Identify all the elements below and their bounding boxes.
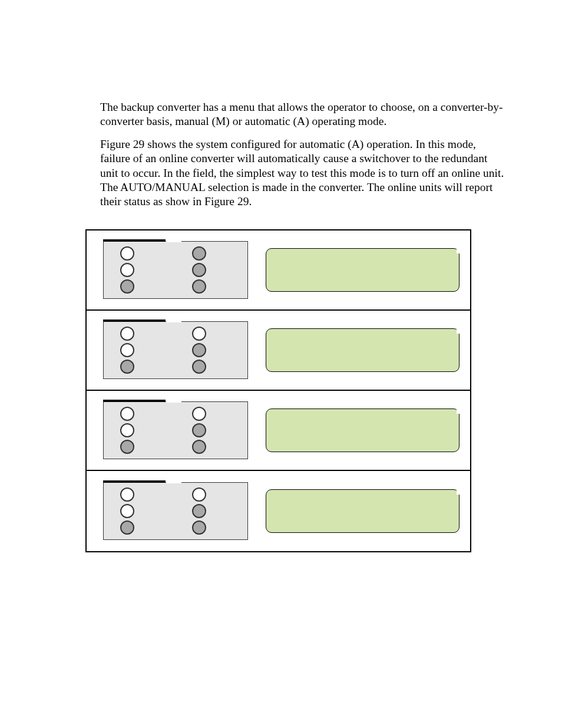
led-column-right bbox=[176, 486, 223, 536]
led-indicator bbox=[192, 440, 206, 454]
converter-row bbox=[87, 311, 470, 391]
converter-row bbox=[87, 391, 470, 471]
converter-row bbox=[87, 230, 470, 311]
led-column-left bbox=[104, 406, 151, 455]
led-column-right bbox=[176, 325, 223, 375]
led-indicator bbox=[192, 423, 206, 437]
led-indicator bbox=[120, 423, 134, 437]
led-indicator bbox=[120, 360, 134, 374]
led-indicator bbox=[192, 521, 206, 535]
led-indicator bbox=[192, 279, 206, 294]
led-indicator bbox=[120, 246, 134, 261]
led-indicator bbox=[120, 279, 134, 294]
led-indicator bbox=[192, 360, 206, 374]
display-screen bbox=[266, 328, 459, 372]
led-indicator bbox=[192, 343, 206, 357]
led-indicator bbox=[120, 263, 134, 277]
led-panel bbox=[103, 482, 248, 540]
display-screen bbox=[266, 409, 459, 452]
led-column-right bbox=[176, 406, 223, 455]
display-screen bbox=[266, 248, 459, 292]
led-panel bbox=[103, 241, 248, 299]
led-column-right bbox=[176, 245, 223, 295]
led-column-left bbox=[104, 486, 151, 536]
converter-row bbox=[87, 471, 470, 551]
led-panel bbox=[103, 401, 248, 459]
led-indicator bbox=[120, 521, 134, 535]
led-indicator bbox=[192, 504, 206, 518]
figure-29 bbox=[85, 229, 471, 552]
display-screen bbox=[266, 489, 459, 533]
paragraph-2: Figure 29 shows the system configured fo… bbox=[100, 137, 506, 209]
led-indicator bbox=[120, 407, 134, 421]
page: The backup converter has a menu that all… bbox=[0, 0, 562, 588]
led-indicator bbox=[192, 407, 206, 421]
led-indicator bbox=[120, 487, 134, 502]
led-indicator bbox=[192, 487, 206, 502]
led-column-left bbox=[104, 325, 151, 375]
led-indicator bbox=[192, 327, 206, 341]
led-panel bbox=[103, 321, 248, 379]
led-indicator bbox=[120, 440, 134, 454]
led-indicator bbox=[120, 327, 134, 341]
led-column-left bbox=[104, 245, 151, 295]
led-indicator bbox=[192, 246, 206, 261]
led-indicator bbox=[120, 504, 134, 518]
led-indicator bbox=[192, 263, 206, 277]
paragraph-1: The backup converter has a menu that all… bbox=[100, 100, 506, 129]
led-indicator bbox=[120, 343, 134, 357]
